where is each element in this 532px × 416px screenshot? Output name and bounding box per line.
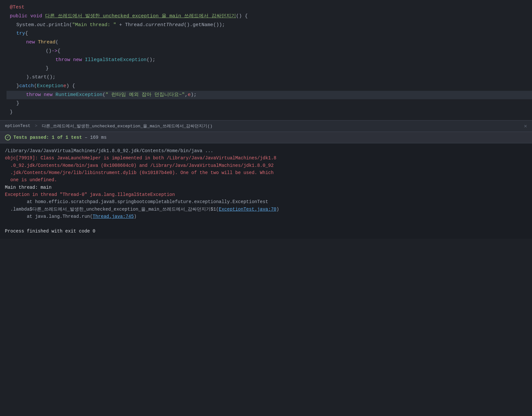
class-runtime-exception: RuntimeException — [55, 91, 102, 99]
keyword-public: public — [10, 12, 27, 21]
code-line-annotation: @Test — [7, 3, 532, 12]
keyword-throw: throw — [55, 56, 70, 64]
console-line-at-1: at homo.efficio.scratchpad.java8.springb… — [5, 198, 527, 205]
keyword-new-2: new — [73, 56, 82, 64]
keyword-catch: catch — [19, 82, 34, 90]
keyword-throw-2: throw — [26, 91, 41, 99]
code-line-catch-close: } — [7, 99, 532, 108]
bottom-panel: ✓ Tests passed: 1 of 1 test – 169 ms /Li… — [0, 132, 532, 239]
code-line-method-close: } — [7, 108, 532, 117]
keyword-new-3: new — [44, 91, 53, 99]
thread-run-link[interactable]: Thread.java:745 — [93, 214, 134, 219]
console-line-5: one is undefined. — [5, 176, 527, 184]
keyword-void: void — [30, 12, 42, 21]
keyword-try: try — [16, 30, 25, 38]
code-line-start: ).start(); — [7, 73, 532, 82]
runtime-exception-msg: " 런타임 예외 잡아 던집니다요~" — [105, 91, 185, 99]
console-line-2: objc[79919]: Class JavaLaunchHelper is i… — [5, 154, 527, 162]
console-line-1: /Library/Java/JavaVirtualMachines/jdk1.8… — [5, 147, 527, 154]
console-line-exit: Process finished with exit code 0 — [5, 228, 527, 235]
code-line-new-thread: new Thread ( — [7, 38, 532, 47]
class-thread: Thread — [38, 39, 55, 47]
test-passed-text: Tests passed: 1 of 1 test – 169 ms — [13, 135, 107, 140]
console-line-at-2: at java.lang.Thread.run(Thread.java:745) — [5, 213, 527, 220]
test-result-bar: ✓ Tests passed: 1 of 1 test – 169 ms — [0, 132, 532, 143]
console-line-exception: Exception in thread "Thread-0" java.lang… — [5, 191, 527, 198]
annotation-text: @Test — [10, 4, 24, 12]
exception-link[interactable]: ExceptionTest.java:70 — [219, 207, 276, 212]
console-line-4: .jdk/Contents/Home/jre/lib/libinstrument… — [5, 169, 527, 176]
console-line-3: .0_92.jdk/Contents/Home/bin/java (0x1008… — [5, 162, 527, 169]
breadcrumb-method: 다른_쓰레드에서_발생한_unchecked_exception_을_main_… — [42, 123, 212, 129]
console-output: /Library/Java/JavaVirtualMachines/jdk1.8… — [0, 143, 532, 239]
sysout-text: System.out.println("Main thread: " + Thr… — [16, 21, 225, 29]
test-passed-bold: Tests passed: 1 of 1 test — [13, 135, 82, 140]
console-line-main-thread: Main thread: main — [5, 184, 527, 191]
breadcrumb-bar: eptionTest > 다른_쓰레드에서_발생한_unchecked_exce… — [0, 120, 532, 132]
test-passed-icon: ✓ — [5, 135, 11, 140]
code-line-method-sig: public void 다른_쓰레드에서_발생한_unchecked_excep… — [7, 12, 532, 21]
keyword-new: new — [26, 39, 35, 47]
code-line-throw-runtime: throw new RuntimeException ( " 런타임 예외 잡아… — [7, 91, 532, 100]
code-line-throw-illegal: throw new IllegalStateException (); — [7, 56, 532, 65]
class-exception: Exception — [37, 82, 63, 90]
breadcrumb-class: eptionTest — [5, 123, 30, 128]
breadcrumb-separator: > — [32, 123, 40, 128]
code-line-lambda-open: () -> { — [7, 47, 532, 56]
method-name: 다른_쓰레드에서_발생한_unchecked_exception_을_main_… — [45, 12, 236, 21]
code-line-try: try { — [7, 29, 532, 38]
console-line-at-lambda: .lambda$다른_쓰레드에서_발생한_unchecked_exception… — [5, 206, 527, 213]
console-line-empty — [5, 220, 527, 228]
close-button[interactable]: ✕ — [524, 123, 527, 129]
code-line-catch: } catch ( Exception e ) { — [7, 82, 532, 91]
test-duration: – 169 ms — [85, 135, 106, 140]
param-e: e — [63, 82, 66, 90]
param-e-2: e — [188, 91, 191, 99]
code-line-lambda-close: } — [7, 64, 532, 73]
code-line-sysout: System.out.println("Main thread: " + Thr… — [7, 21, 532, 30]
arrow-symbol: -> — [52, 47, 57, 56]
class-illegal-state: IllegalStateException — [85, 56, 147, 64]
code-editor: @Test public void 다른_쓰레드에서_발생한_unchecked… — [0, 0, 532, 120]
